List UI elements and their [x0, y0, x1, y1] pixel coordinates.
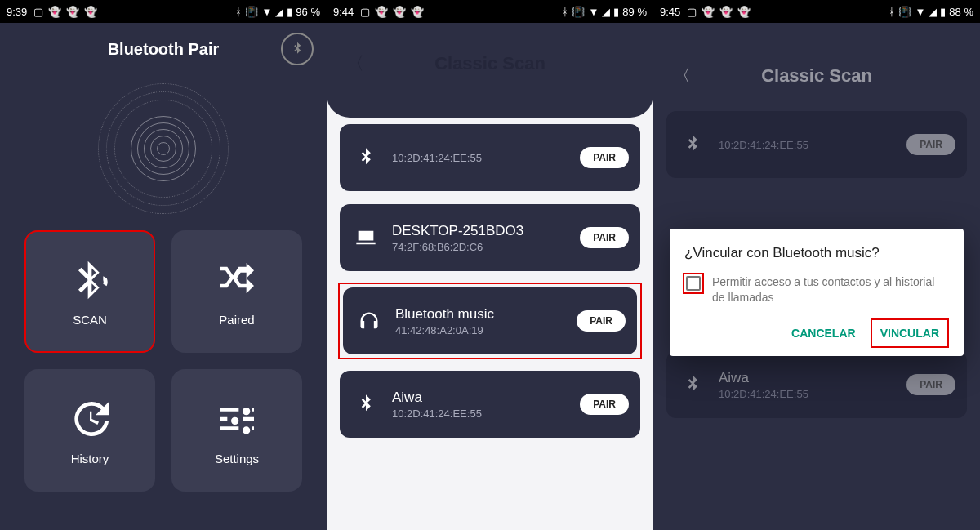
- screen-home: 9:39 ▢ 👻 👻 👻 ᚼ 📳 ▼ ◢ ▮ 96 % Bluetooth Pa…: [0, 0, 327, 530]
- clock: 9:39: [7, 6, 27, 18]
- dialog-actions: CANCELAR VINCULAR: [684, 318, 949, 348]
- device-row[interactable]: Bluetooth music 41:42:48:A2:0A:19 PAIR: [343, 287, 637, 354]
- notif-icons: ▢ 👻 👻 👻: [360, 6, 424, 18]
- snap-icon: 👻: [393, 6, 406, 18]
- device-row[interactable]: 10:2D:41:24:EE:55 PAIR: [666, 111, 967, 178]
- scan-header: 〈 Classic Scan: [327, 23, 653, 105]
- battery-percent: 89 %: [622, 6, 647, 18]
- snap-icon: 👻: [66, 6, 79, 18]
- clock: 9:44: [333, 6, 354, 18]
- dialog-title: ¿Vincular con Bluetooth music?: [684, 245, 949, 261]
- notif-icons: ▢ 👻 👻 👻: [33, 6, 97, 18]
- clock: 9:45: [660, 6, 680, 18]
- pair-button[interactable]: PAIR: [580, 394, 629, 415]
- checkbox-highlight: [684, 274, 702, 292]
- snap-icon: 👻: [375, 6, 388, 18]
- device-name: DESKTOP-251BDO3: [392, 223, 580, 239]
- confirm-button[interactable]: VINCULAR: [871, 318, 949, 348]
- snap-icon: 👻: [48, 6, 61, 18]
- device-list: 10:2D:41:24:EE:55 PAIR DESKTOP-251BDO3 7…: [327, 118, 653, 444]
- device-row[interactable]: Aiwa 10:2D:41:24:EE:55 PAIR: [666, 351, 967, 418]
- page-title: Classic Scan: [434, 53, 546, 74]
- image-icon: ▢: [687, 6, 697, 18]
- device-row[interactable]: DESKTOP-251BDO3 74:2F:68:B6:2D:C6 PAIR: [340, 204, 640, 271]
- device-name: 10:2D:41:24:EE:55: [719, 139, 906, 151]
- device-name: Bluetooth music: [395, 306, 577, 323]
- device-mac: 10:2D:41:24:EE:55: [719, 388, 906, 400]
- page-title: Classic Scan: [761, 65, 872, 87]
- pair-button[interactable]: PAIR: [906, 374, 956, 395]
- snap-icon: 👻: [84, 6, 97, 18]
- battery-icon: ▮: [613, 6, 619, 18]
- wifi-icon: ▼: [588, 6, 599, 18]
- pair-button[interactable]: PAIR: [580, 227, 629, 248]
- device-name: Aiwa: [392, 390, 580, 406]
- device-row[interactable]: Aiwa 10:2D:41:24:EE:55 PAIR: [340, 371, 640, 438]
- snap-icon: 👻: [411, 6, 424, 18]
- cancel-button[interactable]: CANCELAR: [782, 318, 866, 348]
- bluetooth-icon: ᚼ: [562, 6, 568, 18]
- settings-tile[interactable]: Settings: [172, 369, 302, 492]
- battery-percent: 88 %: [949, 6, 973, 18]
- device-mac: 10:2D:41:24:EE:55: [392, 408, 580, 420]
- pair-button[interactable]: PAIR: [580, 147, 629, 168]
- bluetooth-icon: [678, 373, 707, 396]
- image-icon: ▢: [360, 6, 370, 18]
- page-title: Bluetooth Pair: [108, 40, 220, 59]
- pair-button[interactable]: PAIR: [577, 310, 626, 332]
- device-mac: 74:2F:68:B6:2D:C6: [392, 241, 580, 253]
- image-icon: ▢: [33, 6, 43, 18]
- notif-icons: ▢ 👻 👻 👻: [687, 6, 751, 18]
- bluetooth-icon: [351, 146, 381, 169]
- signal-icon: ◢: [929, 6, 937, 18]
- app-header: Bluetooth Pair: [0, 23, 327, 75]
- sliders-icon: [214, 396, 260, 442]
- status-bar: 9:44 ▢ 👻 👻 👻 ᚼ 📳 ▼ ◢ ▮ 89 %: [327, 0, 653, 23]
- scan-header: 〈 Classic Scan: [653, 47, 980, 105]
- history-tile[interactable]: History: [24, 369, 155, 492]
- wifi-icon: ▼: [261, 6, 272, 18]
- tile-label: Settings: [215, 452, 259, 465]
- home-grid: SCAN Paired History Settings: [0, 222, 327, 516]
- screen-scan: 9:44 ▢ 👻 👻 👻 ᚼ 📳 ▼ ◢ ▮ 89 % 〈 Classic Sc…: [327, 0, 653, 530]
- signal-icon: ◢: [275, 6, 283, 18]
- bluetooth-icon: [351, 393, 381, 416]
- tile-label: Paired: [219, 313, 254, 327]
- back-button[interactable]: 〈: [346, 51, 364, 76]
- device-mac: 41:42:48:A2:0A:19: [395, 324, 577, 336]
- bluetooth-icon: [289, 41, 305, 57]
- status-bar: 9:45 ▢ 👻 👻 👻 ᚼ 📳 ▼ ◢ ▮ 88 %: [653, 0, 980, 23]
- device-name: 10:2D:41:24:EE:55: [392, 152, 580, 164]
- device-row[interactable]: 10:2D:41:24:EE:55 PAIR: [340, 124, 640, 191]
- highlighted-row: Bluetooth music 41:42:48:A2:0A:19 PAIR: [340, 284, 640, 358]
- scan-tile[interactable]: SCAN: [24, 230, 155, 353]
- screen-dialog: 9:45 ▢ 👻 👻 👻 ᚼ 📳 ▼ ◢ ▮ 88 % 〈 Classic Sc…: [653, 0, 980, 530]
- snap-icon: 👻: [737, 6, 751, 18]
- status-bar: 9:39 ▢ 👻 👻 👻 ᚼ 📳 ▼ ◢ ▮ 96 %: [0, 0, 327, 23]
- snap-icon: 👻: [702, 6, 715, 18]
- dialog-message: Permitir acceso a tus contactos y al his…: [712, 274, 949, 305]
- shuffle-icon: [214, 257, 260, 303]
- battery-icon: ▮: [940, 6, 946, 18]
- wifi-icon: ▼: [915, 6, 925, 18]
- tile-label: History: [71, 452, 109, 465]
- bluetooth-icon: [678, 133, 707, 156]
- bluetooth-toggle-button[interactable]: [281, 33, 314, 65]
- pair-button[interactable]: PAIR: [906, 134, 956, 155]
- tile-label: SCAN: [73, 313, 107, 327]
- signal-icon: ◢: [602, 6, 610, 18]
- headphones-icon: [354, 310, 384, 332]
- bluetooth-icon: ᚼ: [889, 6, 895, 18]
- vibrate-icon: 📳: [572, 6, 585, 18]
- vibrate-icon: 📳: [245, 6, 258, 18]
- ripple-animation: [0, 75, 327, 222]
- back-button[interactable]: 〈: [673, 64, 691, 88]
- vibrate-icon: 📳: [898, 6, 911, 18]
- paired-tile[interactable]: Paired: [172, 230, 302, 353]
- history-icon: [67, 396, 113, 442]
- battery-percent: 96 %: [296, 6, 320, 18]
- device-name: Aiwa: [719, 370, 906, 386]
- pair-dialog: ¿Vincular con Bluetooth music? Permitir …: [670, 229, 964, 356]
- laptop-icon: [351, 226, 381, 249]
- contacts-checkbox[interactable]: [686, 276, 701, 291]
